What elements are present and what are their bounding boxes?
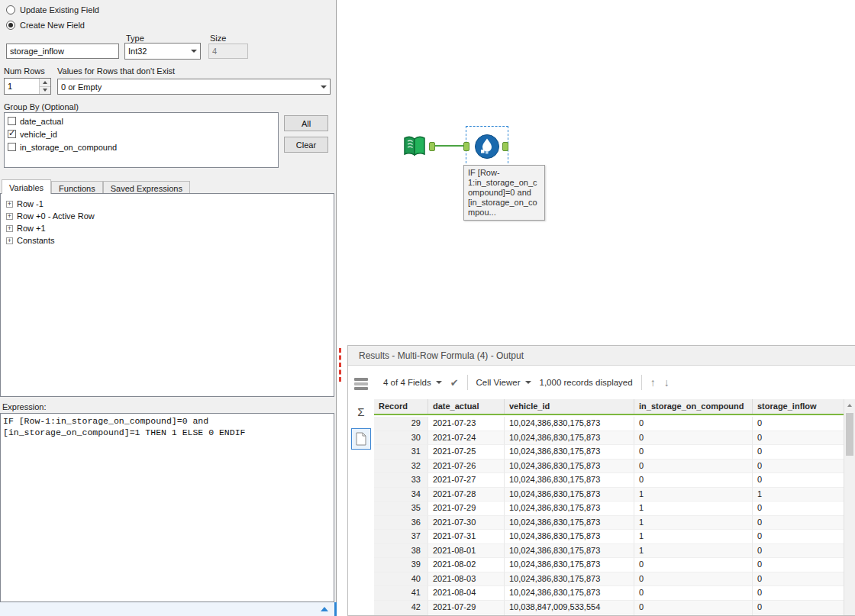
table-row[interactable]: 302021-07-2410,024,386,830,175,87300 <box>374 431 844 446</box>
data-view-icon[interactable] <box>351 428 371 450</box>
table-row[interactable]: 412021-08-0410,024,386,830,175,87300 <box>374 586 844 601</box>
column-header[interactable]: in_storage_on_compound <box>634 399 753 414</box>
missing-values-dropdown[interactable]: 0 or Empty <box>57 79 331 95</box>
table-cell: 0 <box>634 473 753 488</box>
table-cell: 38 <box>374 544 428 559</box>
radio-icon[interactable] <box>6 5 15 15</box>
type-dropdown[interactable]: Int32 <box>124 43 201 60</box>
missing-values-label: Values for Rows that don't Exist <box>57 66 175 76</box>
table-row[interactable]: 432021-07-3010,038,847,009,533,55400 <box>374 614 844 615</box>
expression-tabs: VariablesFunctionsSaved Expressions <box>2 179 190 194</box>
table-row[interactable]: 322021-07-2610,024,386,830,175,87300 <box>374 460 844 474</box>
spin-down-icon[interactable] <box>40 87 50 95</box>
input-data-icon <box>401 133 428 160</box>
expander-icon[interactable]: + <box>6 213 13 220</box>
table-cell: 2021-08-02 <box>428 558 505 572</box>
table-cell: 10,024,386,830,175,873 <box>505 544 634 559</box>
table-cell: 10,024,386,830,175,873 <box>505 572 634 587</box>
output-anchor[interactable] <box>502 142 508 151</box>
checkbox-icon[interactable] <box>8 130 16 138</box>
column-header[interactable]: vehicle_id <box>505 399 634 414</box>
tab-functions[interactable]: Functions <box>51 181 103 194</box>
expander-icon[interactable]: + <box>6 225 13 232</box>
field-name-input[interactable] <box>6 44 119 59</box>
table-row[interactable]: 422021-07-2910,038,847,009,533,55400 <box>374 601 844 615</box>
table-row[interactable]: 342021-07-2810,024,386,830,175,87311 <box>374 488 844 502</box>
table-row[interactable]: 382021-08-0110,024,386,830,175,87310 <box>374 544 844 559</box>
tree-item[interactable]: +Row +0 - Active Row <box>2 210 332 222</box>
column-header[interactable]: Record <box>374 399 428 414</box>
group-by-item[interactable]: vehicle_id <box>5 127 278 140</box>
table-cell: 0 <box>753 544 844 559</box>
table-row[interactable]: 372021-07-3110,024,386,830,175,87310 <box>374 530 844 544</box>
column-header[interactable]: date_actual <box>428 399 505 414</box>
results-toolbar: 4 of 4 Fields ✔ Cell Viewer 1,000 record… <box>374 366 855 399</box>
size-input <box>208 44 248 59</box>
table-cell: 0 <box>634 445 753 460</box>
connection-line[interactable] <box>435 145 465 147</box>
down-arrow-icon[interactable]: ↓ <box>664 376 669 389</box>
table-cell: 10,024,386,830,175,873 <box>505 460 634 474</box>
group-by-list[interactable]: date_actualvehicle_idin_storage_on_compo… <box>4 112 279 168</box>
chevron-down-icon <box>188 44 200 59</box>
table-row[interactable]: 332021-07-2710,024,386,830,175,87300 <box>374 473 844 488</box>
expander-icon[interactable]: + <box>6 201 13 208</box>
fields-dropdown[interactable]: 4 of 4 Fields <box>383 378 442 387</box>
table-row[interactable]: 292021-07-2310,024,386,830,175,87300 <box>374 417 844 431</box>
table-row[interactable]: 402021-08-0310,024,386,830,175,87300 <box>374 572 844 587</box>
all-button[interactable]: All <box>284 115 328 131</box>
scroll-up-icon[interactable] <box>321 607 328 611</box>
scroll-thumb[interactable] <box>846 413 853 456</box>
group-by-item[interactable]: in_storage_on_compound <box>5 140 278 153</box>
table-cell: 29 <box>374 417 428 431</box>
config-scroll-strip[interactable] <box>0 602 334 616</box>
connection-layout-icon[interactable] <box>351 373 371 395</box>
input-data-tool[interactable] <box>401 133 428 160</box>
radio-create-label: Create New Field <box>20 21 85 30</box>
table-row[interactable]: 362021-07-3010,024,386,830,175,87310 <box>374 516 844 531</box>
group-by-item[interactable]: date_actual <box>5 114 278 127</box>
table-cell: 2021-07-26 <box>428 460 505 474</box>
radio-selected-icon[interactable] <box>6 21 15 30</box>
variables-tree[interactable]: +Row -1+Row +0 - Active Row+Row +1+Const… <box>0 193 334 397</box>
table-row[interactable]: 312021-07-2510,024,386,830,175,87300 <box>374 445 844 460</box>
cell-viewer-dropdown[interactable]: Cell Viewer <box>476 378 531 387</box>
metadata-sigma-icon[interactable]: Σ <box>351 401 371 422</box>
up-arrow-icon[interactable]: ↑ <box>650 376 656 389</box>
tab-saved-expressions[interactable]: Saved Expressions <box>103 181 190 194</box>
table-cell: 0 <box>753 516 844 531</box>
apply-check-icon[interactable]: ✔ <box>450 377 459 389</box>
radio-update-existing-field[interactable]: Update Existing Field <box>6 5 99 15</box>
table-cell: 10,038,847,009,533,554 <box>505 614 634 615</box>
checkbox-icon[interactable] <box>8 117 16 125</box>
input-anchor[interactable] <box>463 142 469 151</box>
checkbox-icon[interactable] <box>8 143 16 151</box>
tree-item[interactable]: +Row -1 <box>2 198 332 210</box>
column-header[interactable]: storage_inflow <box>753 399 844 414</box>
scroll-up-icon[interactable] <box>844 399 855 411</box>
radio-create-new-field[interactable]: Create New Field <box>6 21 85 30</box>
tool-annotation[interactable]: IF [Row- 1:in_storage_on_c ompound]=0 an… <box>463 165 545 221</box>
chevron-down-icon <box>436 381 442 384</box>
table-cell: 2021-07-30 <box>428 516 505 531</box>
table-row[interactable]: 392021-08-0210,024,386,830,175,87300 <box>374 558 844 572</box>
expression-editor[interactable]: IF [Row-1:in_storage_on_compound]=0 and … <box>0 413 334 602</box>
multi-row-formula-icon <box>473 133 501 160</box>
multi-row-formula-tool[interactable] <box>473 133 501 160</box>
output-anchor[interactable] <box>429 142 435 151</box>
table-cell: 1 <box>634 516 753 531</box>
expander-icon[interactable]: + <box>6 237 13 244</box>
num-rows-input[interactable] <box>5 79 39 94</box>
tree-item[interactable]: +Row +1 <box>2 222 332 234</box>
tree-item[interactable]: +Constants <box>2 234 332 247</box>
vertical-scrollbar[interactable] <box>844 399 855 615</box>
tab-variables[interactable]: Variables <box>2 179 51 194</box>
spin-up-icon[interactable] <box>40 79 50 87</box>
table-row[interactable]: 352021-07-2910,024,386,830,175,87310 <box>374 502 844 516</box>
table-cell: 1 <box>634 488 753 502</box>
workflow-canvas[interactable]: IF [Row- 1:in_storage_on_c ompound]=0 an… <box>337 0 855 345</box>
num-rows-stepper[interactable] <box>4 78 51 95</box>
clear-button[interactable]: Clear <box>284 137 328 153</box>
type-label: Type <box>126 34 144 43</box>
table-cell: 1 <box>634 502 753 516</box>
